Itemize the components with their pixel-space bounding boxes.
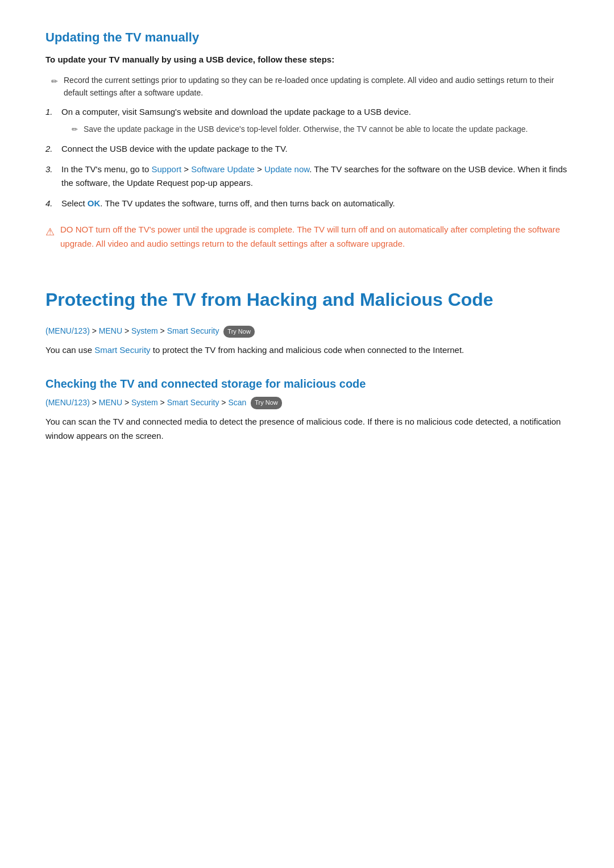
step-4-text-before: Select — [61, 198, 88, 208]
step-3: 3. In the TV's menu, go to Support > Sof… — [45, 163, 569, 190]
bc-menu: MENU — [99, 326, 122, 335]
step-4-ok: OK — [88, 198, 101, 208]
breadcrumb-checking: (MENU/123) > MENU > System > Smart Secur… — [45, 396, 569, 409]
warning-text: DO NOT turn off the TV's power until the… — [60, 223, 569, 251]
bc2-arrow2: > — [125, 398, 131, 407]
bc-arrow1: > — [92, 326, 99, 335]
bc2-arrow4: > — [221, 398, 228, 407]
bc-arrow3: > — [160, 326, 167, 335]
step-1-subnote-text: Save the update package in the USB devic… — [84, 123, 528, 136]
protecting-body-link: Smart Security — [94, 345, 150, 355]
step-3-content: In the TV's menu, go to Support > Softwa… — [61, 163, 569, 190]
step-4-num: 4. — [45, 197, 61, 210]
steps-list: 1. On a computer, visit Samsung's websit… — [45, 105, 569, 211]
warning-icon: ⚠ — [45, 224, 55, 240]
section-title-protecting: Protecting the TV from Hacking and Malic… — [45, 285, 569, 314]
section-title-updating: Updating the TV manually — [45, 27, 569, 47]
step-4-text-after: . The TV updates the software, turns off… — [100, 198, 395, 208]
bc2-system: System — [131, 398, 158, 407]
bc2-menu: MENU — [99, 398, 122, 407]
subsection-checking: Checking the TV and connected storage fo… — [45, 375, 569, 443]
pencil-icon-sub1: ✏ — [72, 124, 78, 136]
bc2-menu123: (MENU/123) — [45, 398, 90, 407]
bc2-scan: Scan — [228, 398, 246, 407]
checking-body: You can scan the TV and connected media … — [45, 415, 569, 443]
breadcrumb-protecting: (MENU/123) > MENU > System > Smart Secur… — [45, 325, 569, 338]
try-now-badge-1[interactable]: Try Now — [223, 326, 255, 338]
protecting-body-after: to protect the TV from hacking and malic… — [151, 345, 464, 355]
intro-text: To update your TV manually by using a US… — [45, 53, 569, 67]
step-1-num: 1. — [45, 105, 61, 119]
step-2: 2. Connect the USB device with the updat… — [45, 142, 569, 156]
step-3-link1: Support — [152, 164, 182, 174]
bc-smart-security: Smart Security — [167, 326, 219, 335]
step-2-num: 2. — [45, 142, 61, 156]
step-3-link2: Software Update — [191, 164, 255, 174]
step-3-text-before: In the TV's menu, go to — [61, 164, 152, 174]
bc2-arrow1: > — [92, 398, 99, 407]
note-text-1: Record the current settings prior to upd… — [64, 74, 569, 99]
bc-system: System — [131, 326, 158, 335]
bc-arrow2: > — [125, 326, 131, 335]
bc2-smart-security: Smart Security — [167, 398, 219, 407]
step-2-content: Connect the USB device with the update p… — [61, 142, 569, 156]
bc2-arrow3: > — [160, 398, 167, 407]
protecting-body-before: You can use — [45, 345, 94, 355]
section-protecting: Protecting the TV from Hacking and Malic… — [45, 285, 569, 443]
step-1-content: On a computer, visit Samsung's website a… — [61, 105, 569, 136]
step-4: 4. Select OK. The TV updates the softwar… — [45, 197, 569, 210]
step-3-num: 3. — [45, 163, 61, 176]
protecting-body: You can use Smart Security to protect th… — [45, 343, 569, 358]
note-item-1: ✏ Record the current settings prior to u… — [45, 74, 569, 99]
pencil-icon-1: ✏ — [51, 75, 58, 88]
step-3-arrow1: > — [181, 164, 191, 174]
try-now-badge-2[interactable]: Try Now — [251, 397, 282, 409]
step-3-arrow2: > — [255, 164, 264, 174]
bc-menu123: (MENU/123) — [45, 326, 90, 335]
subsection-title-checking: Checking the TV and connected storage fo… — [45, 375, 569, 393]
step-4-content: Select OK. The TV updates the software, … — [61, 197, 569, 210]
section-updating: Updating the TV manually To update your … — [45, 27, 569, 251]
warning-box: ⚠ DO NOT turn off the TV's power until t… — [45, 223, 569, 251]
step-3-link3: Update now — [264, 164, 309, 174]
step-1: 1. On a computer, visit Samsung's websit… — [45, 105, 569, 136]
step-1-text: On a computer, visit Samsung's website a… — [61, 107, 411, 117]
step-1-subnote: ✏ Save the update package in the USB dev… — [61, 123, 569, 136]
